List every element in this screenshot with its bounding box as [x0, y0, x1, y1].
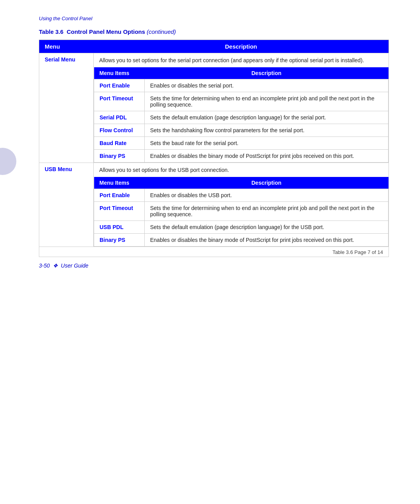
inner-table-1: Menu ItemsDescriptionPort EnableEnables …	[94, 177, 388, 247]
inner-row: Binary PSEnables or disables the binary …	[94, 150, 388, 163]
left-circle-decoration	[0, 148, 16, 175]
item-desc: Sets the handshaking flow control parame…	[145, 124, 388, 137]
desc-cell-0: Allows you to set options for the serial…	[94, 53, 389, 163]
inner-row: Serial PDLSets the default emulation (pa…	[94, 111, 388, 124]
inner-row: Port TimeoutSets the time for determinin…	[94, 92, 388, 111]
main-table-row: Serial MenuAllows you to set options for…	[39, 53, 389, 163]
item-desc: Enables or disables the binary mode of P…	[145, 234, 388, 247]
col-menu-header: Menu	[39, 40, 94, 53]
item-desc: Enables or disables the serial port.	[145, 79, 388, 92]
main-table-row: USB MenuAllows you to set options for th…	[39, 163, 389, 247]
item-desc: Enables or disables the binary mode of P…	[145, 150, 388, 163]
item-desc: Sets the time for determining when to en…	[145, 92, 388, 111]
col-desc-header: Description	[94, 40, 389, 53]
bottom-page-number: 3-50 ❖ User Guide	[39, 262, 88, 269]
top-desc-1: Allows you to set options for the USB po…	[94, 163, 388, 177]
inner-row: Port EnableEnables or disables the seria…	[94, 79, 388, 92]
table-title: Table 3.6 Control Panel Menu Options (co…	[39, 28, 389, 35]
inner-row: Baud RateSets the baud rate for the seri…	[94, 137, 388, 150]
item-name: USB PDL	[94, 221, 145, 234]
page-container: Using the Control Panel Table 3.6 Contro…	[0, 0, 420, 280]
item-desc: Sets the time for determining when to en…	[145, 202, 388, 221]
table-number: Table 3.6	[39, 28, 63, 35]
inner-row: Port TimeoutSets the time for determinin…	[94, 202, 388, 221]
item-name: Serial PDL	[94, 111, 145, 124]
page-header: Using the Control Panel	[39, 16, 389, 21]
top-desc-0: Allows you to set options for the serial…	[94, 53, 388, 67]
item-name: Binary PS	[94, 150, 145, 163]
desc-cell-1: Allows you to set options for the USB po…	[94, 163, 389, 247]
item-desc: Sets the baud rate for the serial port.	[145, 137, 388, 150]
item-desc: Enables or disables the USB port.	[145, 189, 388, 202]
inner-table-0: Menu ItemsDescriptionPort EnableEnables …	[94, 67, 388, 163]
menu-cell-1: USB Menu	[39, 163, 94, 247]
main-table: Menu Description Serial MenuAllows you t…	[39, 40, 389, 257]
item-name: Port Enable	[94, 79, 145, 92]
footer-row: Table 3.6 Page 7 of 14	[39, 247, 389, 257]
inner-row: Binary PSEnables or disables the binary …	[94, 234, 388, 247]
inner-col-desc-header-0: Description	[145, 67, 388, 79]
item-name: Port Timeout	[94, 202, 145, 221]
inner-row: Port EnableEnables or disables the USB p…	[94, 189, 388, 202]
item-name: Binary PS	[94, 234, 145, 247]
inner-col-desc-header-1: Description	[145, 177, 388, 189]
item-name: Port Enable	[94, 189, 145, 202]
inner-col-items-header-1: Menu Items	[94, 177, 145, 189]
item-desc: Sets the default emulation (page descrip…	[145, 221, 388, 234]
inner-row: Flow ControlSets the handshaking flow co…	[94, 124, 388, 137]
item-name: Baud Rate	[94, 137, 145, 150]
table-label: Control Panel Menu Options	[66, 28, 145, 35]
item-name: Port Timeout	[94, 92, 145, 111]
inner-row: USB PDLSets the default emulation (page …	[94, 221, 388, 234]
menu-cell-0: Serial Menu	[39, 53, 94, 163]
inner-col-items-header-0: Menu Items	[94, 67, 145, 79]
item-desc: Sets the default emulation (page descrip…	[145, 111, 388, 124]
footer-note: Table 3.6 Page 7 of 14	[39, 247, 389, 257]
item-name: Flow Control	[94, 124, 145, 137]
table-continued: (continued)	[147, 28, 176, 35]
